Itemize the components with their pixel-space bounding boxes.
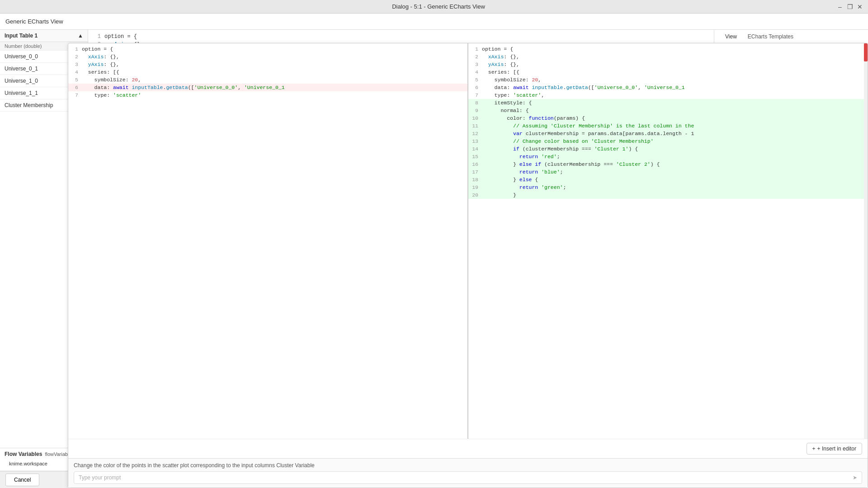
diff-line: 1option = { <box>468 45 868 53</box>
minimize-button[interactable]: – <box>836 3 844 10</box>
app-title: Generic ECharts View <box>5 18 63 25</box>
diff-line: 2 xAxis: {}, <box>68 53 467 61</box>
diff-left-code: 1option = { 2 xAxis: {}, 3 yAxis: {}, 4 … <box>68 43 467 101</box>
diff-line: 15 return 'red'; <box>468 153 868 160</box>
ai-diff-panel: 1option = { 2 xAxis: {}, 3 yAxis: {}, 4 … <box>68 43 868 488</box>
diff-line: 4 series: [{ <box>468 68 868 76</box>
diff-line: 13 // Change color based on 'Cluster Mem… <box>468 137 868 145</box>
tab-view[interactable]: View <box>720 30 742 44</box>
diff-right-code: 1option = { 2 xAxis: {}, 3 yAxis: {}, 4 … <box>468 43 868 201</box>
diff-line: 17 return 'blue'; <box>468 168 868 176</box>
diff-line: 9 normal: { <box>468 107 868 114</box>
diff-scrollbar[interactable] <box>864 43 868 439</box>
ai-prompt-area: Change the color of the points in the sc… <box>68 458 868 488</box>
diff-line: 3 yAxis: {}, <box>468 61 868 68</box>
input-table-label: Input Table 1 <box>5 33 38 39</box>
insert-in-editor-button[interactable]: + + Insert in editor <box>807 443 862 455</box>
prompt-placeholder: Type your prompt <box>79 474 121 481</box>
diff-scrollbar-thumb <box>864 43 868 61</box>
prompt-hint: Change the color of the points in the sc… <box>74 462 862 469</box>
diff-line: 10 color: function(params) { <box>468 114 868 122</box>
center-panel: 123 option = { xAxis: {}, yAxis: {}, 1op… <box>88 30 714 471</box>
diff-line: 16 } else if (clusterMembership === 'Clu… <box>468 160 868 168</box>
diff-line: 19 return 'green'; <box>468 183 868 191</box>
diff-line: 18 } else { <box>468 176 868 183</box>
main-layout: Input Table 1 ▲ Number (double) Universe… <box>0 30 868 471</box>
close-button[interactable]: ✕ <box>856 3 863 10</box>
diff-line: 5 symbolSize: 20, <box>468 76 868 84</box>
restore-button[interactable]: ❐ <box>846 3 854 10</box>
diff-line: 12 var clusterMembership = params.data[p… <box>468 130 868 137</box>
dialog-title: Dialog - 5:1 - Generic ECharts View <box>41 3 836 10</box>
send-icon[interactable]: ➤ <box>853 474 857 481</box>
tab-echarts-templates[interactable]: ECharts Templates <box>742 30 799 44</box>
diff-line: 4 series: [{ <box>68 68 467 76</box>
collapse-icon[interactable]: ▲ <box>78 33 83 39</box>
diff-line: 14 if (clusterMembership === 'Cluster 1'… <box>468 145 868 153</box>
input-table-header: Input Table 1 ▲ <box>0 30 88 42</box>
diff-area: 1option = { 2 xAxis: {}, 3 yAxis: {}, 4 … <box>68 43 868 439</box>
insert-label: + Insert in editor <box>817 446 856 452</box>
diff-line: 6 data: await inputTable.getData(['Unive… <box>468 84 868 91</box>
window-controls: – ❐ ✕ <box>836 3 863 10</box>
diff-line: 7 type: 'scatter', <box>468 91 868 99</box>
prompt-input-wrapper[interactable]: Type your prompt ➤ <box>74 471 862 484</box>
flow-vars-label: Flow Variables <box>5 451 42 457</box>
title-bar: Dialog - 5:1 - Generic ECharts View – ❐ … <box>0 0 868 14</box>
app-header: Generic ECharts View <box>0 14 868 30</box>
diff-line: 6 data: await inputTable.getData(['Unive… <box>68 84 467 91</box>
diff-line: 3 yAxis: {}, <box>68 61 467 68</box>
col-type-header: Number (double) <box>5 43 42 49</box>
diff-left: 1option = { 2 xAxis: {}, 3 yAxis: {}, 4 … <box>68 43 468 439</box>
cancel-button[interactable]: Cancel <box>5 474 39 486</box>
diff-line: 11 // Assuming 'Cluster Membership' is t… <box>468 122 868 130</box>
diff-right: 1option = { 2 xAxis: {}, 3 yAxis: {}, 4 … <box>468 43 868 439</box>
diff-line: 20 } <box>468 191 868 199</box>
diff-line: 5 symbolSize: 20, <box>68 76 467 84</box>
diff-line: 8 itemStyle: { <box>468 99 868 107</box>
insert-plus-icon: + <box>812 446 816 452</box>
diff-line: 1option = { <box>68 45 467 53</box>
ai-actions: + + Insert in editor <box>68 439 868 458</box>
diff-line: 7 type: 'scatter' <box>68 91 467 99</box>
diff-line: 2 xAxis: {}, <box>468 53 868 61</box>
